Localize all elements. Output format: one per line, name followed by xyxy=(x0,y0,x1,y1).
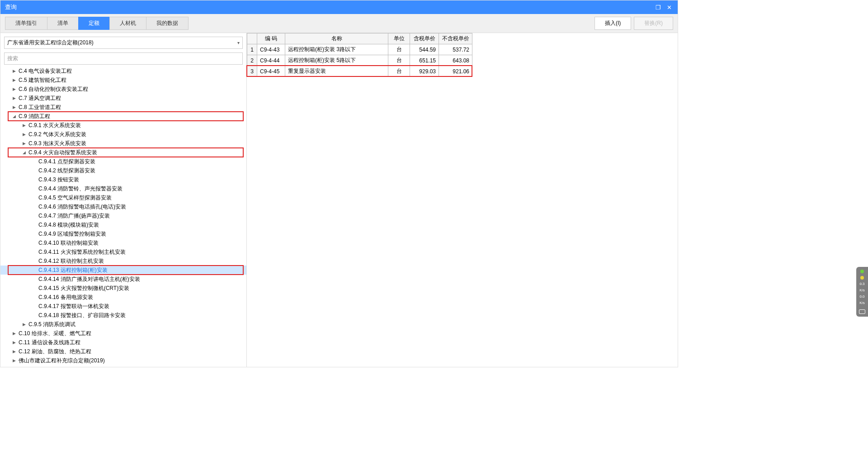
tab-3[interactable]: 人材机 xyxy=(109,17,146,30)
table-row[interactable]: 3C9-4-45重复显示器安装台929.03921.06 xyxy=(247,66,472,77)
tree-item[interactable]: ▶C.6 自动化控制仪表安装工程 xyxy=(0,85,246,94)
cell-unit: 台 xyxy=(388,66,410,77)
chevron-right-icon[interactable]: ▶ xyxy=(11,358,17,363)
tree-item-label: C.9.4.5 空气采样型探测器安装 xyxy=(38,194,112,202)
net-up-unit: K/s xyxy=(859,289,865,292)
cell-code: C9-4-44 xyxy=(257,55,285,66)
chevron-right-icon[interactable]: ▶ xyxy=(11,331,17,336)
restore-icon[interactable]: ❐ xyxy=(654,3,662,11)
chevron-right-icon[interactable]: ▶ xyxy=(11,96,17,100)
tree-item[interactable]: C.9.4.17 报警联动一体机安装 xyxy=(0,302,246,311)
replace-button: 替换(R) xyxy=(634,17,673,30)
chevron-right-icon[interactable]: ▶ xyxy=(11,78,17,82)
row-idx: 3 xyxy=(247,66,257,77)
search-placeholder: 搜索 xyxy=(7,55,18,62)
tree-item[interactable]: C.9.4.16 备用电源安装 xyxy=(0,293,246,302)
tree-item[interactable]: ▶C.11 通信设备及线路工程 xyxy=(0,338,246,347)
cell-name: 远程控制箱(柜)安装 3路以下 xyxy=(285,44,388,55)
close-icon[interactable]: ✕ xyxy=(665,3,673,11)
col-name[interactable]: 名称 xyxy=(285,33,388,44)
window-title: 查询 xyxy=(5,3,17,11)
tree-item-label: C.9.4.18 报警接口、扩容回路卡安装 xyxy=(38,312,126,319)
tree-item[interactable]: ▶C.4 电气设备安装工程 xyxy=(0,66,246,76)
chevron-right-icon[interactable]: ▶ xyxy=(11,340,17,345)
tree-item[interactable]: C.9.4.18 报警接口、扩容回路卡安装 xyxy=(0,311,246,320)
tab-2[interactable]: 定额 xyxy=(78,17,109,30)
tree-item[interactable]: C.9.4.10 联动控制箱安装 xyxy=(0,238,246,247)
tree-item-label: C.9.4.10 联动控制箱安装 xyxy=(38,239,99,247)
tab-0[interactable]: 清单指引 xyxy=(5,17,47,30)
tree-item[interactable]: ▶C.9.2 气体灭火系统安装 xyxy=(0,130,246,139)
tree-item[interactable]: C.9.4.13 远程控制箱(柜)安装 xyxy=(0,266,246,275)
chevron-right-icon[interactable]: ▶ xyxy=(11,87,17,91)
norm-select[interactable]: 广东省通用安装工程综合定额(2018) ▾ xyxy=(4,37,243,49)
tree-item[interactable]: ◢C.9 消防工程 xyxy=(0,112,246,121)
table-row[interactable]: 1C9-4-43远程控制箱(柜)安装 3路以下台544.59537.72 xyxy=(247,44,472,55)
tree-item[interactable]: ▶机械费用 xyxy=(0,365,246,367)
status-dot-green xyxy=(860,270,864,273)
cell-price-notax: 921.06 xyxy=(439,66,472,77)
cell-name: 远程控制箱(柜)安装 5路以下 xyxy=(285,55,388,66)
chevron-down-icon[interactable]: ◢ xyxy=(11,114,17,119)
tree-item-label: C.9.4.12 联动控制主机安装 xyxy=(38,257,104,265)
tree-item[interactable]: C.9.4.1 点型探测器安装 xyxy=(0,157,246,166)
tree-item[interactable]: ▶佛山市建设工程补充综合定额(2019) xyxy=(0,356,246,365)
cell-name: 重复显示器安装 xyxy=(285,66,388,77)
row-idx: 2 xyxy=(247,55,257,66)
tree-item-label: C.9.4.1 点型探测器安装 xyxy=(38,158,95,166)
network-widget: 0.3 K/s 0.0 K/s xyxy=(856,267,868,317)
tree-item[interactable]: C.9.4.14 消防广播及对讲电话主机(柜)安装 xyxy=(0,275,246,284)
insert-button[interactable]: 插入(I) xyxy=(594,17,631,30)
chevron-right-icon[interactable]: ▶ xyxy=(21,141,27,146)
tree-item[interactable]: ◢C.9.4 火灾自动报警系统安装 xyxy=(0,148,246,157)
col-price-tax[interactable]: 含税单价 xyxy=(410,33,439,44)
tree-item[interactable]: C.9.4.3 按钮安装 xyxy=(0,175,246,184)
tree-item[interactable]: ▶C.12 刷油、防腐蚀、绝热工程 xyxy=(0,347,246,356)
tree-item-label: 佛山市建设工程补充综合定额(2019) xyxy=(19,357,105,365)
chevron-right-icon[interactable]: ▶ xyxy=(21,123,27,128)
tree-item[interactable]: C.9.4.6 消防报警电话插孔(电话)安装 xyxy=(0,202,246,211)
tree-item[interactable]: C.9.4.2 线型探测器安装 xyxy=(0,166,246,175)
tree-item[interactable]: ▶C.7 通风空调工程 xyxy=(0,94,246,103)
tree-item[interactable]: C.9.4.15 火灾报警控制微机(CRT)安装 xyxy=(0,284,246,293)
tree-item[interactable]: C.9.4.11 火灾报警系统控制主机安装 xyxy=(0,247,246,256)
tree-item[interactable]: ▶C.5 建筑智能化工程 xyxy=(0,76,246,85)
right-panel: 编 码 名称 单位 含税单价 不含税单价 1C9-4-43远程控制箱(柜)安装 … xyxy=(247,33,678,367)
result-grid[interactable]: 编 码 名称 单位 含税单价 不含税单价 1C9-4-43远程控制箱(柜)安装 … xyxy=(247,33,678,77)
chevron-right-icon[interactable]: ▶ xyxy=(11,105,17,109)
chevron-right-icon[interactable]: ▶ xyxy=(21,132,27,137)
tree-item[interactable]: ▶C.10 给排水、采暖、燃气工程 xyxy=(0,329,246,338)
net-dn-unit: K/s xyxy=(859,301,865,305)
tree-item-label: C.9.4.3 按钮安装 xyxy=(38,176,79,184)
tree-item[interactable]: C.9.4.4 消防警铃、声光报警器安装 xyxy=(0,184,246,193)
chevron-right-icon[interactable]: ▶ xyxy=(11,69,17,73)
tree-item-label: C.9.4.17 报警联动一体机安装 xyxy=(38,303,109,310)
tree-item[interactable]: C.9.4.7 消防广播(扬声器)安装 xyxy=(0,211,246,220)
tree-item-label: C.9.2 气体灭火系统安装 xyxy=(28,131,86,138)
tree-item[interactable]: ▶C.9.3 泡沫灭火系统安装 xyxy=(0,139,246,148)
search-input[interactable]: 搜索 xyxy=(4,52,243,65)
tree-item-label: C.10 给排水、采暖、燃气工程 xyxy=(19,330,91,337)
tree-item-label: C.4 电气设备安装工程 xyxy=(19,67,72,75)
chevron-right-icon[interactable]: ▶ xyxy=(11,349,17,354)
tree-item[interactable]: ▶C.9.5 消防系统调试 xyxy=(0,320,246,329)
camera-icon[interactable] xyxy=(859,309,865,314)
col-code[interactable]: 编 码 xyxy=(257,33,285,44)
tree-item[interactable]: ▶C.8 工业管道工程 xyxy=(0,103,246,112)
category-tree[interactable]: ▶C.4 电气设备安装工程▶C.5 建筑智能化工程▶C.6 自动化控制仪表安装工… xyxy=(0,66,246,367)
chevron-down-icon[interactable]: ◢ xyxy=(21,150,27,155)
cell-price-notax: 537.72 xyxy=(439,44,472,55)
tree-item-label: C.9.4.8 模块(模块箱)安装 xyxy=(38,221,99,229)
col-unit[interactable]: 单位 xyxy=(388,33,410,44)
tree-item[interactable]: C.9.4.5 空气采样型探测器安装 xyxy=(0,193,246,202)
tree-item[interactable]: C.9.4.9 区域报警控制箱安装 xyxy=(0,229,246,238)
tab-1[interactable]: 清单 xyxy=(47,17,78,30)
col-price-notax[interactable]: 不含税单价 xyxy=(439,33,472,44)
tree-item[interactable]: C.9.4.12 联动控制主机安装 xyxy=(0,256,246,266)
tree-item-label: C.9.4.4 消防警铃、声光报警器安装 xyxy=(38,185,123,193)
chevron-right-icon[interactable]: ▶ xyxy=(21,322,27,327)
tree-item[interactable]: ▶C.9.1 水灭火系统安装 xyxy=(0,121,246,130)
table-row[interactable]: 2C9-4-44远程控制箱(柜)安装 5路以下台651.15643.08 xyxy=(247,55,472,66)
tab-4[interactable]: 我的数据 xyxy=(146,17,189,30)
tree-item[interactable]: C.9.4.8 模块(模块箱)安装 xyxy=(0,220,246,229)
